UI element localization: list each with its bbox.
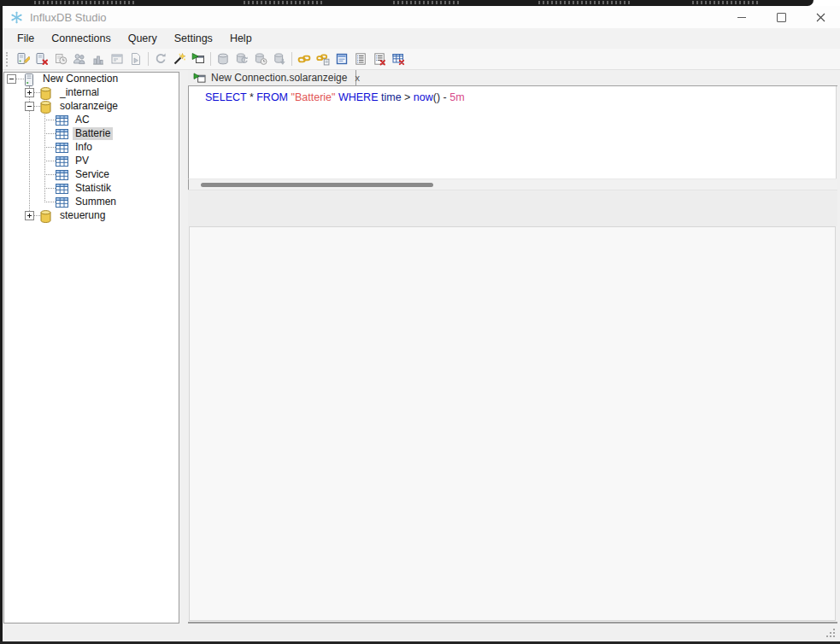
measurement-icon [56,156,68,167]
background-window-edge [0,0,3,644]
server-delete-icon[interactable] [32,50,51,68]
resize-grip-icon[interactable] [825,627,836,638]
query-token: - [440,91,449,103]
background-window-strip [0,0,814,6]
splitter[interactable] [188,190,837,226]
panel-bottom-divider [188,622,837,624]
background-window-text-fragment [34,1,137,4]
menu-bar: File Connections Query Settings Help [3,28,840,49]
measurement-icon [56,184,68,194]
close-icon[interactable] [808,8,833,26]
tree-node-database[interactable]: solaranzeige [4,100,179,114]
database-icon [214,50,232,68]
tree-connector [44,188,56,189]
scrollbar-thumb[interactable] [201,183,433,187]
server-icon [23,73,35,86]
tree-connector [44,147,56,148]
tree-node-label[interactable]: New Connection [40,73,120,85]
database-sync-icon [232,50,251,68]
query-token: > [402,91,414,103]
measurement-icon [56,129,68,139]
influxdb-studio-window: { "window": { "title": "InfluxDB Studio"… [0,0,840,644]
toolbar-grip[interactable] [6,52,9,67]
tree-connector [34,92,40,93]
query-editor[interactable]: SELECT * FROM "Batterie" WHERE time > no… [188,86,837,179]
background-window-text-fragment [393,1,461,4]
tree-connector [44,133,56,134]
connections-tree: New Connection _internal solaranzeige [3,72,179,624]
tree-node-label[interactable]: _internal [57,86,102,99]
tree-node-label[interactable]: Summen [73,196,119,208]
list-icon[interactable] [351,50,370,68]
tree-node-database[interactable]: steuerung [4,209,179,223]
users-icon [70,50,89,68]
toolbar-separator [148,52,149,66]
title-bar: InfluxDB Studio [3,6,840,28]
tree-node-measurement[interactable]: AC [4,114,179,127]
query-token: * [246,91,256,103]
magic-wand-icon[interactable] [170,50,189,68]
maximize-icon[interactable] [768,8,794,26]
query-token: SELECT [205,91,246,103]
link-add-icon[interactable] [314,50,332,68]
status-bar [3,625,840,641]
window-title: InfluxDB Studio [30,11,107,24]
run-query-new-tab-icon [193,73,206,84]
menu-connections[interactable]: Connections [43,30,120,47]
query-token: 5m [449,91,464,103]
database-download-icon [270,50,289,68]
minimize-icon[interactable] [729,8,755,26]
query-token: time [381,91,402,103]
database-clock-icon [251,50,270,68]
menu-settings[interactable]: Settings [166,30,221,47]
tab-query[interactable]: New Connection.solaranzeige x [188,70,356,85]
expand-icon[interactable] [25,88,34,97]
tree-node-label[interactable]: Service [73,168,112,181]
tree-node-label[interactable]: Statistik [73,182,114,195]
query-token: WHERE [338,91,379,103]
query-token: "Batterie" [291,91,336,103]
query-token: now [414,91,433,103]
toolbar-separator [210,52,211,66]
expand-icon[interactable] [25,211,34,220]
tree-node-connection[interactable]: New Connection [4,73,179,86]
menu-help[interactable]: Help [221,30,261,47]
tree-node-label[interactable]: PV [73,155,91,167]
tree-node-label[interactable]: solaranzeige [57,100,120,113]
blue-document-icon[interactable] [332,50,351,68]
toolbar [3,49,840,70]
tree-node-measurement[interactable]: Statistik [4,182,179,196]
list-delete-icon[interactable] [370,50,389,68]
tree-node-measurement[interactable]: Summen [4,196,179,209]
run-query-new-tab-icon[interactable] [189,50,208,68]
measurement-icon [56,197,68,208]
bar-chart-icon [89,50,108,68]
background-window-text-fragment [244,1,325,4]
menu-query[interactable]: Query [120,30,166,47]
tree-node-label[interactable]: steuerung [57,209,108,222]
tree-node-label[interactable]: AC [73,114,92,126]
tree-node-measurement[interactable]: Batterie [4,127,179,141]
query-panel: New Connection.solaranzeige x SELECT * F… [188,70,840,625]
tree-node-measurement[interactable]: Info [4,141,179,155]
tree-node-measurement[interactable]: Service [4,168,179,182]
link-icon[interactable] [295,50,314,68]
table-delete-icon[interactable] [389,50,408,68]
background-window-text-fragment [538,1,632,4]
tree-node-label[interactable]: Batterie [73,127,113,140]
horizontal-scrollbar[interactable] [188,179,837,190]
tree-node-database[interactable]: _internal [4,86,179,100]
tab-label[interactable]: New Connection.solaranzeige [211,72,347,84]
server-edit-icon[interactable] [14,50,32,68]
collapse-icon[interactable] [7,74,16,84]
console-window-icon [108,50,126,68]
tree-connector [44,161,56,161]
tab-close-icon[interactable]: x [355,73,360,82]
tree-node-measurement[interactable]: PV [4,155,179,168]
tree-connector [44,202,56,202]
collapse-icon[interactable] [25,102,34,111]
menu-file[interactable]: File [9,30,43,47]
tree-node-label[interactable]: Info [73,141,95,154]
database-icon [40,87,51,100]
results-panel [189,226,836,621]
